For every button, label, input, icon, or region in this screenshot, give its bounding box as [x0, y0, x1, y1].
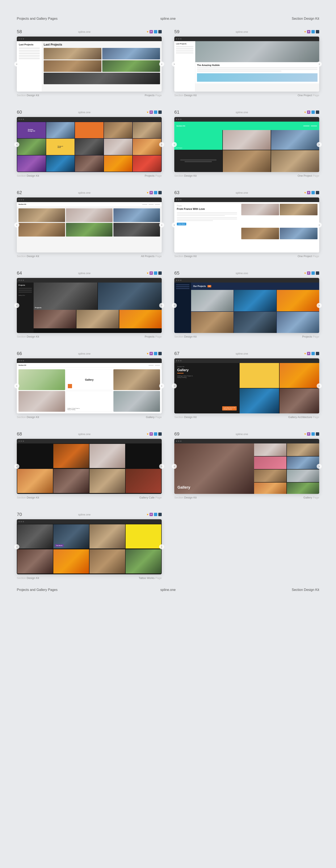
design-67: Section Kit Gallery Visiting in New Towe… [174, 363, 319, 413]
project-title-59: The Amazing Hubble [197, 64, 317, 66]
card-65-site: spline.ooo [236, 272, 248, 275]
dot2-68 [21, 440, 22, 442]
browser-bar-70 [17, 519, 162, 524]
img-62-1 [19, 208, 65, 222]
img-67-3 [240, 389, 279, 413]
card-63: 63 spline.one ♥ P ‹ [174, 190, 319, 258]
nav-left-61[interactable]: ‹ [172, 142, 177, 147]
main-65: Our Projects All [191, 283, 319, 333]
nav-right-68[interactable]: › [159, 464, 164, 469]
nav-left-58[interactable]: ‹ [14, 62, 19, 67]
img-65-4 [191, 312, 234, 333]
cell-60-5 [133, 122, 161, 138]
card-67-wrapper: ‹ Section Kit Gallery Visi [174, 359, 319, 413]
card-61-number: 61 [174, 110, 179, 115]
card-66-labels: Section Design Kit Gallery Page [17, 415, 162, 418]
nav-left-62[interactable]: ‹ [14, 222, 19, 227]
nav-right-63[interactable]: › [317, 222, 322, 227]
heart-icon-63: ♥ [304, 191, 306, 194]
sidebar-item1 [19, 48, 40, 49]
nav-left-66[interactable]: ‹ [14, 383, 19, 389]
nav-right-59[interactable]: › [317, 62, 322, 67]
browser-62: Section Kit [17, 197, 162, 252]
heart-icon-61: ♥ [304, 111, 306, 114]
card-60-number: 60 [17, 110, 22, 115]
dot1-59 [176, 38, 177, 39]
card-62-labels: Section Design Kit All Projects Page [17, 255, 162, 258]
nav-left-63[interactable]: ‹ [172, 222, 177, 227]
browser-bar-58 [17, 36, 162, 41]
card-61-labels: Section Design Kit One Project Page [174, 174, 319, 177]
nav-right-65[interactable]: › [317, 303, 322, 308]
nav-right-64[interactable]: › [159, 303, 164, 308]
sidebar-item4 [19, 55, 40, 57]
browser-content-66: Section Kit Gallery [17, 363, 162, 413]
cell-61-6 [271, 150, 319, 172]
card-70-wrapper: ‹ The Works [17, 519, 162, 574]
cell-61-1: One Project [174, 130, 222, 150]
cell-66-2: Gallery [66, 369, 113, 390]
dot1-68 [19, 440, 20, 442]
img-70-6 [53, 549, 89, 574]
nav-left-67[interactable]: ‹ [172, 383, 177, 389]
title-63: From France With Love [177, 208, 237, 211]
card-65-labels: Section Design Kit Projects Page [174, 335, 319, 338]
nav-right-66[interactable]: › [159, 383, 164, 389]
p-icon-65: P [307, 271, 310, 275]
nav-right-70[interactable]: › [159, 544, 164, 549]
dot3-60 [23, 119, 24, 120]
line3-59 [197, 70, 281, 72]
nav-left-68[interactable]: ‹ [14, 464, 19, 469]
card-64-labels: Section Design Kit Projects Page [17, 335, 162, 338]
sidebar-64: Projects Sliding Pics [17, 283, 34, 333]
si-label-64: Sliding Pics [19, 295, 32, 296]
gallery-label-67: Gallery [177, 368, 237, 372]
left-63: From From France With Love [174, 202, 240, 252]
nav-right-62[interactable]: › [159, 222, 164, 227]
label-right-63: One Project Page [298, 255, 319, 258]
right-67 [240, 363, 319, 413]
sq2-icon-64 [158, 271, 162, 275]
browser-bar-63 [174, 197, 319, 202]
card-59-number: 59 [174, 29, 179, 34]
nav-right-67[interactable]: › [317, 383, 322, 389]
card-62-icons: ♥ P [147, 191, 162, 194]
nav-left-70[interactable]: ‹ [14, 544, 19, 549]
line1-63 [177, 212, 237, 213]
nav-left-64[interactable]: ‹ [14, 303, 19, 308]
nav-left-69[interactable]: ‹ [172, 464, 177, 469]
nav-right-58[interactable]: › [159, 62, 164, 67]
dot1-61 [176, 119, 177, 120]
img-69-7 [254, 483, 286, 494]
nav-right-61[interactable]: › [317, 142, 322, 147]
cell-60-8 [75, 138, 103, 155]
header-nav-61 [187, 125, 317, 126]
dot2-59 [178, 38, 179, 39]
nav-left-65[interactable]: ‹ [172, 303, 177, 308]
card-62-site: spline.one [78, 191, 91, 194]
card-63-labels: Section Design Kit One Project Page [174, 255, 319, 258]
nav-right-60[interactable]: › [159, 142, 164, 147]
nav-left-59[interactable]: ‹ [172, 62, 177, 67]
label-left-64: Section Design Kit [17, 335, 39, 338]
page-footer: Projects and Gallery Pages spline.one Se… [17, 580, 319, 596]
heart-icon-60: ♥ [147, 111, 149, 114]
projects-title-65: Our Projects [193, 285, 206, 287]
nav-left-60[interactable]: ‹ [14, 142, 19, 147]
dot3-66 [23, 360, 24, 361]
sq1-icon [154, 30, 157, 33]
label-left-66: Section Design Kit [17, 415, 39, 418]
dot3-68 [23, 440, 24, 442]
si3-65 [176, 288, 189, 289]
sq2-icon-62 [158, 191, 162, 194]
heart-icon-59: ♥ [304, 30, 306, 33]
card-58-site: spline.one [78, 30, 91, 33]
card-59-icons: ♥ P [304, 30, 319, 33]
cell-60-4 [104, 122, 132, 138]
nav-right-69[interactable]: › [317, 464, 322, 469]
img-64-2 [98, 283, 162, 310]
card-68-labels: Section Design Kit Gallery Cafe Page [17, 496, 162, 499]
card-65-icons: ♥ P [304, 271, 319, 275]
card-69-meta: 69 spline.one ♥ P [174, 431, 319, 437]
label-right-62: All Projects Page [141, 255, 162, 258]
